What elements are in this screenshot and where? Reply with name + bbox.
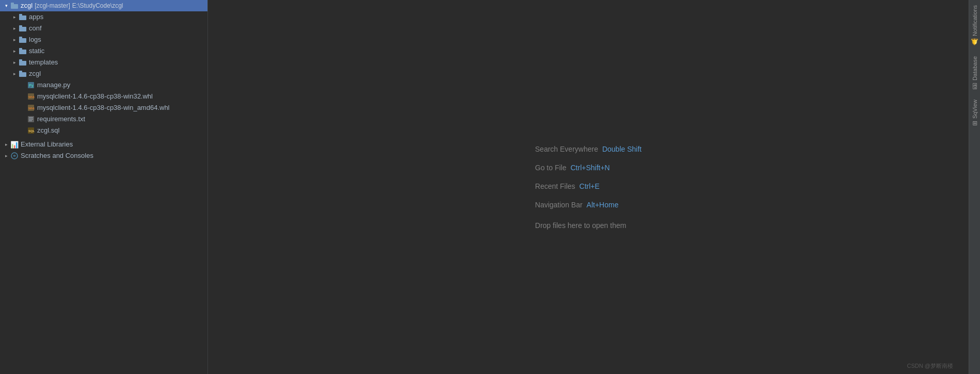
zcgl-sub-arrow[interactable] xyxy=(10,70,19,78)
root-expand-arrow[interactable] xyxy=(2,2,10,10)
root-path: E:\StudyCode\zcgl xyxy=(72,0,123,11)
logs-label: logs xyxy=(29,34,41,45)
apps-arrow[interactable] xyxy=(10,13,19,21)
tree-item-scratches[interactable]: Scratches and Consoles xyxy=(0,150,207,161)
sqview-panel-button[interactable]: ⊞ SqView xyxy=(970,94,980,131)
search-everywhere-label: Search Everywhere xyxy=(535,145,598,153)
database-label: Database xyxy=(972,56,978,80)
tree-item-zcgl-sql[interactable]: SQL zcgl.sql xyxy=(0,125,207,136)
zcgl-sub-folder-icon xyxy=(19,70,27,78)
tree-item-conf[interactable]: conf xyxy=(0,23,207,34)
requirements-icon xyxy=(27,115,35,123)
ext-lib-label: External Libraries xyxy=(21,139,73,150)
zcgl-sql-arrow xyxy=(19,126,27,135)
scratches-arrow[interactable] xyxy=(2,152,10,160)
tree-item-zcgl-sub[interactable]: zcgl xyxy=(0,68,207,79)
svg-rect-4 xyxy=(19,27,26,31)
svg-text:SQL: SQL xyxy=(28,129,35,133)
manage-py-label: manage.py xyxy=(37,79,70,91)
right-tool-panel: 🔔 Notifications 🗄 Database ⊞ SqView xyxy=(969,0,980,374)
watermark-text: CSDN @梦断南楼 xyxy=(907,363,953,369)
ext-lib-icon: 📊 xyxy=(10,140,19,149)
svg-rect-6 xyxy=(19,38,26,43)
mysqlclient-win32-icon: WHL xyxy=(27,92,35,101)
drop-files-row: Drop files here to open them xyxy=(535,219,641,230)
apps-label: apps xyxy=(29,11,43,23)
manage-py-icon: Py xyxy=(27,81,35,89)
recent-files-label: Recent Files xyxy=(535,182,575,190)
notifications-icon: 🔔 xyxy=(971,38,978,46)
root-label: zcgl xyxy=(21,0,33,11)
conf-folder-icon xyxy=(19,24,27,32)
main-content-area: Search Everywhere Double Shift Go to Fil… xyxy=(208,0,969,374)
svg-rect-9 xyxy=(19,48,22,50)
notifications-panel-button[interactable]: 🔔 Notifications xyxy=(970,0,980,51)
search-everywhere-shortcut[interactable]: Double Shift xyxy=(602,145,641,153)
sqview-label: SqView xyxy=(972,100,978,119)
zcgl-sql-icon: SQL xyxy=(27,126,35,135)
recent-files-shortcut[interactable]: Ctrl+E xyxy=(580,182,600,190)
svg-rect-12 xyxy=(19,72,26,77)
sqview-icon: ⊞ xyxy=(971,121,978,126)
project-sidebar[interactable]: zcgl [zcgl-master] E:\StudyCode\zcgl app… xyxy=(0,0,208,374)
manage-py-arrow xyxy=(19,81,27,89)
tree-item-external-libraries[interactable]: 📊 External Libraries xyxy=(0,139,207,150)
tree-item-mysqlclient-win32[interactable]: WHL mysqlclient-1.4.6-cp38-cp38-win32.wh… xyxy=(0,91,207,102)
svg-rect-11 xyxy=(19,59,22,61)
templates-arrow[interactable] xyxy=(10,58,19,67)
tree-item-static[interactable]: static xyxy=(0,45,207,57)
ext-lib-arrow[interactable] xyxy=(2,140,10,149)
static-label: static xyxy=(29,45,44,57)
mysqlclient-win32-arrow xyxy=(19,92,27,101)
svg-text:WHL: WHL xyxy=(28,107,35,110)
requirements-arrow xyxy=(19,115,27,123)
drop-files-label: Drop files here to open them xyxy=(535,221,626,230)
tree-item-logs[interactable]: logs xyxy=(0,34,207,45)
tree-item-apps[interactable]: apps xyxy=(0,11,207,23)
recent-files-row: Recent Files Ctrl+E xyxy=(535,182,641,190)
welcome-panel: Search Everywhere Double Shift Go to Fil… xyxy=(535,145,641,230)
svg-rect-13 xyxy=(19,71,22,73)
conf-arrow[interactable] xyxy=(10,24,19,32)
mysqlclient-win32-label: mysqlclient-1.4.6-cp38-cp38-win32.whl xyxy=(37,91,153,102)
divider-1 xyxy=(0,137,207,138)
conf-label: conf xyxy=(29,23,42,34)
zcgl-sub-label: zcgl xyxy=(29,68,41,79)
nav-bar-label: Navigation Bar xyxy=(535,201,583,209)
svg-rect-8 xyxy=(19,50,26,54)
database-icon: 🗄 xyxy=(971,83,978,89)
templates-folder-icon xyxy=(19,58,27,67)
static-arrow[interactable] xyxy=(10,47,19,55)
watermark: CSDN @梦断南楼 xyxy=(907,362,953,370)
nav-bar-shortcut[interactable]: Alt+Home xyxy=(587,201,619,209)
svg-rect-5 xyxy=(19,25,22,27)
templates-label: templates xyxy=(29,57,58,68)
mysqlclient-amd64-icon: WHL xyxy=(27,104,35,112)
svg-rect-10 xyxy=(19,61,26,66)
svg-rect-7 xyxy=(19,37,22,39)
static-folder-icon xyxy=(19,47,27,55)
database-panel-button[interactable]: 🗄 Database xyxy=(970,51,980,94)
logs-folder-icon xyxy=(19,36,27,44)
svg-rect-0 xyxy=(11,4,18,9)
root-project-item[interactable]: zcgl [zcgl-master] E:\StudyCode\zcgl xyxy=(0,0,207,11)
requirements-label: requirements.txt xyxy=(37,113,85,125)
mysqlclient-amd64-label: mysqlclient-1.4.6-cp38-cp38-win_amd64.wh… xyxy=(37,102,170,113)
mysqlclient-amd64-arrow xyxy=(19,104,27,112)
svg-text:WHL: WHL xyxy=(28,95,35,99)
root-folder-icon xyxy=(10,2,19,10)
scratches-label: Scratches and Consoles xyxy=(21,150,93,161)
notifications-label: Notifications xyxy=(972,5,978,36)
goto-file-shortcut[interactable]: Ctrl+Shift+N xyxy=(570,164,609,172)
svg-rect-2 xyxy=(19,15,26,20)
tree-item-requirements[interactable]: requirements.txt xyxy=(0,113,207,125)
logs-arrow[interactable] xyxy=(10,36,19,44)
tree-item-templates[interactable]: templates xyxy=(0,57,207,68)
tree-item-mysqlclient-amd64[interactable]: WHL mysqlclient-1.4.6-cp38-cp38-win_amd6… xyxy=(0,102,207,113)
goto-file-label: Go to File xyxy=(535,164,567,172)
apps-folder-icon xyxy=(19,13,27,21)
root-branch: [zcgl-master] xyxy=(35,0,70,11)
tree-item-manage-py[interactable]: Py manage.py xyxy=(0,79,207,91)
scratches-icon xyxy=(10,152,19,160)
svg-text:Py: Py xyxy=(29,84,34,88)
